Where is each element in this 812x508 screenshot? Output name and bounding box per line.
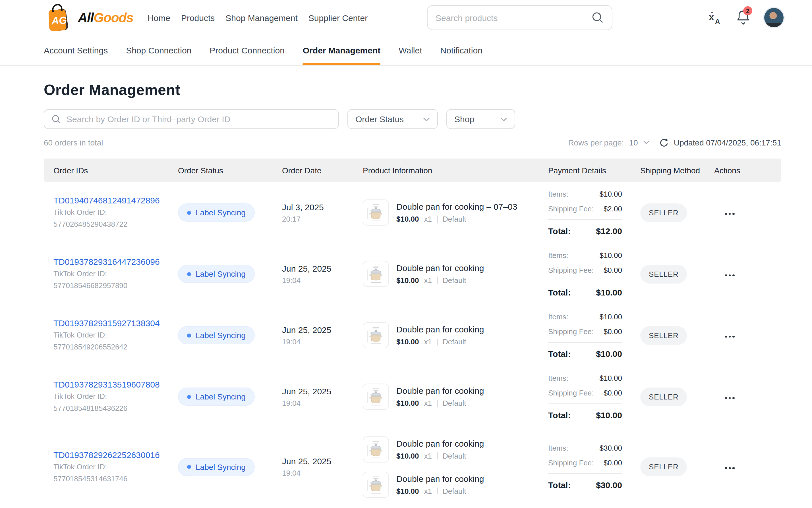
total-value: $10.00 (596, 410, 622, 420)
product-variant: Default (443, 338, 466, 346)
row-actions-button[interactable] (724, 271, 736, 280)
total-value: $12.00 (596, 226, 622, 236)
shipping-method-badge[interactable]: SELLER (640, 203, 687, 222)
product-image (363, 436, 389, 462)
main-nav: Home Products Shop Management Supplier C… (148, 13, 368, 23)
items-label: Items: (548, 444, 568, 452)
order-id-link[interactable]: TD01940746812491472896 (53, 196, 160, 205)
header-search (427, 5, 612, 30)
order-date: Jul 3, 2025 (282, 202, 363, 212)
total-label: Total: (548, 226, 571, 236)
chevron-down-icon[interactable] (643, 140, 649, 144)
product-name: Double pan for cooking – 07–03 (396, 202, 517, 211)
product-variant: Default (443, 399, 466, 408)
tab-account-settings[interactable]: Account Settings (44, 35, 108, 65)
page-title: Order Management (44, 81, 781, 99)
tab-product-connection[interactable]: Product Connection (209, 35, 284, 65)
table-row: TD01937829262252630016 TikTok Order ID: … (44, 427, 781, 506)
refresh-icon[interactable] (658, 137, 669, 148)
shipping-fee-label: Shipping Fee: (548, 266, 594, 274)
shipping-method-badge[interactable]: SELLER (640, 457, 687, 476)
col-order-date: Order Date (282, 166, 363, 175)
nav-home[interactable]: Home (148, 13, 170, 23)
nav-shop-management[interactable]: Shop Management (226, 13, 298, 23)
items-label: Items: (548, 251, 568, 259)
table-row: TD01937829315927138304 TikTok Order ID: … (44, 305, 781, 366)
product-qty: x1 (424, 215, 432, 223)
shipping-method-badge[interactable]: SELLER (640, 264, 687, 283)
tab-order-management[interactable]: Order Management (303, 35, 380, 65)
status-dot (187, 211, 191, 214)
order-date: Jun 25, 2025 (282, 325, 363, 334)
product-image (363, 200, 389, 225)
tiktok-order-id-label: TikTok Order ID: (53, 269, 178, 279)
product-variant: Default (443, 215, 466, 223)
shipping-fee-value: $0.00 (604, 459, 622, 467)
brand-logo[interactable]: AG AllGoods (44, 2, 133, 33)
order-management-page: AG AllGoods Home Products Shop Managemen… (0, 0, 812, 508)
status-badge: Label Syncing (178, 265, 255, 283)
product-price: $10.00 (396, 452, 419, 460)
order-id-link[interactable]: TD01937829316447236096 (53, 257, 160, 266)
tab-wallet[interactable]: Wallet (399, 35, 422, 65)
order-search-input[interactable] (67, 114, 332, 124)
orders-table: Order IDs Order Status Order Date Produc… (44, 159, 781, 506)
order-id-link[interactable]: TD01937829313519607808 (53, 380, 160, 389)
avatar[interactable] (764, 8, 783, 27)
total-value: $10.00 (596, 287, 622, 297)
table-row: TD01937829313519607808 TikTok Order ID: … (44, 366, 781, 427)
product-qty: x1 (424, 338, 432, 346)
row-actions-button[interactable] (724, 464, 736, 472)
divider (437, 400, 437, 407)
rows-per-page-select[interactable]: 10 (629, 138, 638, 147)
filter-row: Order Status Shop (44, 109, 781, 129)
product-image (363, 471, 389, 498)
order-date: Jun 25, 2025 (282, 386, 363, 396)
divider (437, 452, 437, 459)
order-time: 20:17 (282, 214, 363, 223)
tab-notification[interactable]: Notification (440, 35, 482, 65)
shipping-method-badge[interactable]: SELLER (640, 326, 687, 345)
shipping-fee-value: $2.00 (604, 204, 622, 213)
col-actions: Actions (714, 166, 772, 175)
divider (548, 342, 622, 342)
total-label: Total: (548, 410, 571, 420)
tab-shop-connection[interactable]: Shop Connection (126, 35, 191, 65)
shipping-method-badge[interactable]: SELLER (640, 387, 687, 406)
product-item: Double pan for cooking $10.00 x1 Default (363, 436, 548, 462)
nav-supplier-center[interactable]: Supplier Center (308, 13, 368, 23)
header-icons: x A 2 (708, 0, 783, 35)
col-shipping-method: Shipping Method (640, 166, 714, 175)
translate-icon[interactable]: x A (708, 10, 722, 25)
header-search-input[interactable] (435, 13, 586, 23)
divider (548, 473, 622, 474)
status-badge: Label Syncing (178, 203, 255, 222)
tiktok-order-id: 577026485290438722 (53, 220, 178, 229)
product-qty: x1 (424, 452, 432, 460)
order-id-link[interactable]: TD01937829262252630016 (53, 450, 160, 459)
divider (548, 219, 622, 220)
table-header: Order IDs Order Status Order Date Produc… (44, 159, 781, 182)
row-actions-button[interactable] (724, 209, 736, 218)
product-item: Double pan for cooking – 07–03 $10.00 x1… (363, 200, 548, 225)
status-badge: Label Syncing (178, 387, 255, 406)
order-search (44, 109, 339, 129)
shipping-fee-label: Shipping Fee: (548, 204, 594, 213)
order-time: 19:04 (282, 398, 363, 407)
table-row: TD01940746812491472896 TikTok Order ID: … (44, 182, 781, 243)
items-value: $30.00 (599, 444, 622, 452)
items-value: $10.00 (599, 374, 622, 382)
row-actions-button[interactable] (724, 393, 736, 402)
search-icon[interactable] (591, 11, 604, 24)
product-image (363, 261, 389, 287)
order-time: 19:04 (282, 469, 363, 477)
notification-bell[interactable]: 2 (736, 9, 750, 26)
product-qty: x1 (424, 487, 432, 495)
updated-timestamp: Updated 07/04/2025, 06:17:51 (674, 138, 781, 147)
order-status-select[interactable]: Order Status (347, 109, 438, 129)
order-id-link[interactable]: TD01937829315927138304 (53, 318, 160, 328)
product-image (363, 384, 389, 410)
nav-products[interactable]: Products (181, 13, 215, 23)
row-actions-button[interactable] (724, 332, 736, 341)
shop-select[interactable]: Shop (447, 109, 515, 129)
